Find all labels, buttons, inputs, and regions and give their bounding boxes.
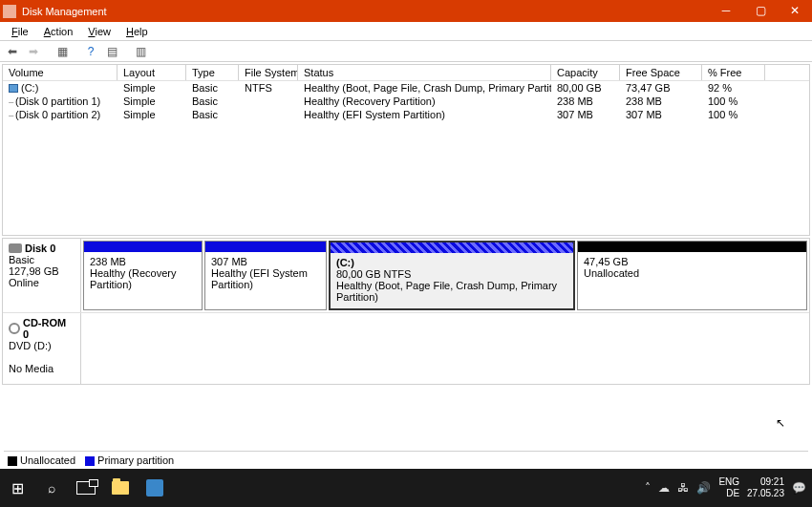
file-explorer-button[interactable] [103,469,138,507]
col-type[interactable]: Type [186,65,239,80]
toolbar-button-1[interactable]: ▦ [53,43,71,60]
toolbar-button-2[interactable]: ▤ [103,43,120,60]
menu-help[interactable]: Help [118,24,156,39]
col-volume[interactable]: Volume [3,65,118,80]
app-icon [3,5,16,18]
drive-icon [9,84,18,93]
legend-swatch-unallocated [8,456,17,466]
help-button[interactable]: ? [82,43,99,60]
disk-icon [9,243,22,253]
col-capacity[interactable]: Capacity [551,65,620,80]
forward-button[interactable]: ➡ [25,43,42,60]
col-layout[interactable]: Layout [118,65,186,80]
start-button[interactable]: ⊞ [0,469,34,507]
partition-efi[interactable]: 307 MB Healthy (EFI System Partition) [204,241,327,310]
tray-notifications-icon[interactable]: 💬 [792,481,806,495]
disk-graphical-view: Disk 0 Basic 127,98 GB Online 238 MB Hea… [2,238,810,385]
system-tray: ˄ ☁ 🖧 🔊 ENG DE 09:21 27.05.23 💬 [645,476,812,499]
menu-file[interactable]: File [4,24,36,39]
volume-row[interactable]: (Disk 0 partition 2) Simple Basic Health… [3,108,809,121]
volume-list-header: Volume Layout Type File System Status Ca… [3,65,809,81]
partition-recovery[interactable]: 238 MB Healthy (Recovery Partition) [83,241,203,310]
clock[interactable]: 09:21 27.05.23 [747,476,784,499]
task-view-button[interactable] [69,469,103,507]
partition-c[interactable]: (C:) 80,00 GB NTFS Healthy (Boot, Page F… [329,241,575,310]
volume-row[interactable]: (Disk 0 partition 1) Simple Basic Health… [3,95,809,108]
toolbar: ⬅ ➡ ▦ ? ▤ ▥ [0,41,812,62]
col-filesystem[interactable]: File System [239,65,298,80]
window-title: Disk Management [20,6,709,17]
volume-list[interactable]: Volume Layout Type File System Status Ca… [2,64,810,236]
legend-swatch-primary [85,456,95,466]
app-button[interactable] [138,469,172,507]
title-bar: Disk Management ─ ▢ ✕ [0,0,812,22]
tray-chevron-icon[interactable]: ˄ [645,481,651,495]
menu-view[interactable]: View [80,24,118,39]
disk-row: Disk 0 Basic 127,98 GB Online 238 MB Hea… [3,239,809,313]
volume-row[interactable]: (C:) Simple Basic NTFS Healthy (Boot, Pa… [3,81,809,95]
cdrom-label[interactable]: CD-ROM 0 DVD (D:) No Media [3,313,81,384]
disk-label[interactable]: Disk 0 Basic 127,98 GB Online [3,239,81,312]
maximize-button[interactable]: ▢ [743,0,778,22]
col-pctfree[interactable]: % Free [702,65,765,80]
tray-volume-icon[interactable]: 🔊 [696,481,711,495]
legend: Unallocated Primary partition [4,451,808,469]
tray-onedrive-icon[interactable]: ☁ [658,481,670,495]
language-indicator[interactable]: ENG DE [718,476,739,499]
back-button[interactable]: ⬅ [4,43,21,60]
toolbar-button-3[interactable]: ▥ [132,43,149,60]
cdrom-icon [9,323,20,334]
mouse-cursor: ↖ [776,416,785,430]
menu-bar: File Action View Help [0,22,812,41]
col-status[interactable]: Status [298,65,551,80]
partition-unallocated[interactable]: 47,45 GB Unallocated [577,241,807,310]
menu-action[interactable]: Action [36,24,81,39]
minimize-button[interactable]: ─ [709,0,743,22]
col-free[interactable]: Free Space [620,65,702,80]
close-button[interactable]: ✕ [778,0,812,22]
taskbar: ⊞ ⌕ ˄ ☁ 🖧 🔊 ENG DE 09:21 27.05.23 💬 [0,469,812,507]
tray-network-icon[interactable]: 🖧 [677,481,689,495]
cdrom-row: CD-ROM 0 DVD (D:) No Media [3,313,809,384]
search-button[interactable]: ⌕ [34,469,69,507]
